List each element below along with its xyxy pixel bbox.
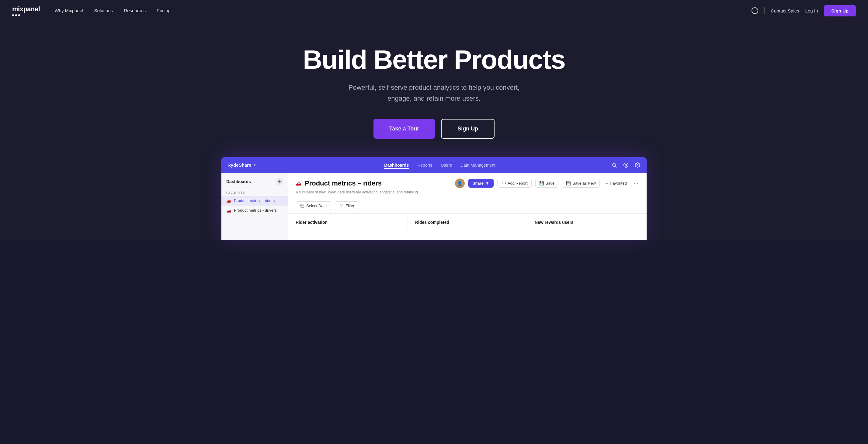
app-navbar: RydeShare ▼ Dashboards Reports Users Dat… [221, 157, 647, 173]
add-report-button[interactable]: + + Add Report [497, 179, 532, 188]
app-nav-icons: ? [611, 162, 641, 168]
card-new-rewards-title: New rewards users [535, 220, 639, 225]
sidebar-item-riders-emoji: 🚗 [226, 198, 231, 203]
nav-links: Why Mixpanel Solutions Resources Pricing [55, 8, 751, 13]
logo-dots [12, 14, 40, 16]
card-rides-completed: Rides completed [408, 214, 527, 230]
more-options-button[interactable]: ··· [633, 180, 639, 187]
select-date-button[interactable]: Select Date [296, 201, 331, 210]
login-link[interactable]: Log In [805, 8, 818, 13]
hero-buttons: Take a Tour Sign Up [373, 119, 495, 139]
dashboard-title-row: 🚗 Product metrics – riders [296, 180, 382, 187]
logo-dot-1 [12, 14, 14, 16]
app-nav-links: Dashboards Reports Users Data Management [268, 162, 611, 168]
card-new-rewards: New rewards users [527, 214, 647, 230]
save-as-new-button[interactable]: 💾 Save as New [562, 179, 600, 188]
dashboard-title: Product metrics – riders [305, 180, 382, 187]
sidebar-item-riders-label: Product metrics - riders [234, 198, 275, 203]
favorited-button[interactable]: ✓ Favorited [603, 179, 629, 187]
card-rider-activation: Rider activation [288, 214, 407, 230]
app-brand[interactable]: RydeShare ▼ [227, 162, 256, 167]
logo-dot-2 [15, 14, 17, 16]
app-nav-users[interactable]: Users [441, 163, 452, 167]
dashboard-actions: 👤 Share ▼ + + Add Report 💾 [455, 179, 639, 188]
main-content: 🚗 Product metrics – riders 👤 Share ▼ + [288, 173, 647, 240]
settings-icon[interactable] [634, 162, 641, 168]
share-chevron-icon: ▼ [486, 181, 489, 186]
logo-text: mixpanel [12, 5, 40, 13]
sidebar-item-drivers-emoji: 🚗 [226, 208, 231, 213]
sidebar-header: Dashboards + [221, 178, 288, 189]
filter-button[interactable]: Filter [335, 201, 359, 210]
card-rides-completed-title: Rides completed [415, 220, 520, 225]
sidebar-add-button[interactable]: + [276, 178, 283, 185]
save-as-new-icon: 💾 [566, 181, 571, 186]
signup-nav-button[interactable]: Sign Up [824, 5, 856, 17]
save-icon: 💾 [539, 181, 544, 186]
main-nav: mixpanel Why Mixpanel Solutions Resource… [0, 0, 868, 21]
dashboard-toolbar: Select Date Filter [288, 198, 647, 214]
app-window: RydeShare ▼ Dashboards Reports Users Dat… [221, 157, 647, 240]
avatar: 👤 [455, 179, 465, 188]
nav-link-resources[interactable]: Resources [124, 8, 146, 13]
svg-marker-9 [340, 204, 343, 208]
calendar-icon [300, 203, 304, 208]
add-icon: + [501, 181, 504, 186]
nav-link-pricing[interactable]: Pricing [157, 8, 170, 13]
share-button[interactable]: Share ▼ [468, 179, 494, 188]
dashboard-header: 🚗 Product metrics – riders 👤 Share ▼ + [288, 173, 647, 198]
contact-sales-link[interactable]: Contact Sales [771, 8, 799, 13]
sidebar-item-drivers-label: Product metrics - drivers [234, 208, 277, 213]
svg-point-4 [637, 164, 639, 166]
dashboard-header-top: 🚗 Product metrics – riders 👤 Share ▼ + [296, 179, 639, 188]
save-button[interactable]: 💾 Save [535, 179, 559, 188]
card-rider-activation-title: Rider activation [296, 220, 400, 225]
svg-line-1 [615, 166, 617, 167]
hero-title: Build Better Products [303, 45, 565, 73]
hero-section: Build Better Products Powerful, self-ser… [0, 21, 868, 157]
svg-text:?: ? [625, 164, 627, 167]
sidebar-item-drivers[interactable]: 🚗 Product metrics - drivers [221, 205, 288, 215]
app-nav-reports[interactable]: Reports [417, 163, 432, 167]
nav-link-solutions[interactable]: Solutions [94, 8, 113, 13]
sidebar-section-label: FAVORITES [221, 189, 288, 196]
sidebar: Dashboards + FAVORITES 🚗 Product metrics… [221, 173, 288, 240]
nav-actions: Contact Sales Log In Sign Up [751, 5, 856, 17]
app-nav-data-management[interactable]: Data Management [461, 163, 495, 167]
app-body: Dashboards + FAVORITES 🚗 Product metrics… [221, 173, 647, 240]
app-brand-name: RydeShare [227, 162, 251, 167]
hero-subtitle: Powerful, self-serve product analytics t… [343, 82, 525, 103]
search-icon[interactable] [611, 162, 617, 168]
nav-divider [764, 7, 765, 14]
globe-icon[interactable] [751, 7, 758, 14]
help-icon[interactable]: ? [623, 162, 629, 168]
signup-hero-button[interactable]: Sign Up [441, 119, 495, 139]
logo-dot-3 [18, 14, 20, 16]
app-nav-dashboards[interactable]: Dashboards [384, 163, 409, 169]
filter-icon [339, 203, 344, 208]
nav-link-why[interactable]: Why Mixpanel [55, 8, 83, 13]
app-brand-chevron-icon: ▼ [253, 163, 256, 167]
logo[interactable]: mixpanel [12, 5, 40, 16]
svg-rect-5 [301, 204, 304, 208]
app-preview: RydeShare ▼ Dashboards Reports Users Dat… [0, 157, 868, 240]
sidebar-title: Dashboards [226, 179, 251, 184]
dashboard-emoji: 🚗 [296, 180, 302, 186]
cards-row: Rider activation Rides completed New rew… [288, 214, 647, 230]
sidebar-item-riders[interactable]: 🚗 Product metrics - riders [221, 196, 288, 205]
take-tour-button[interactable]: Take a Tour [373, 119, 435, 139]
dashboard-subtitle: A summary of how RydeShare users are act… [296, 190, 639, 194]
svg-point-0 [613, 163, 616, 167]
